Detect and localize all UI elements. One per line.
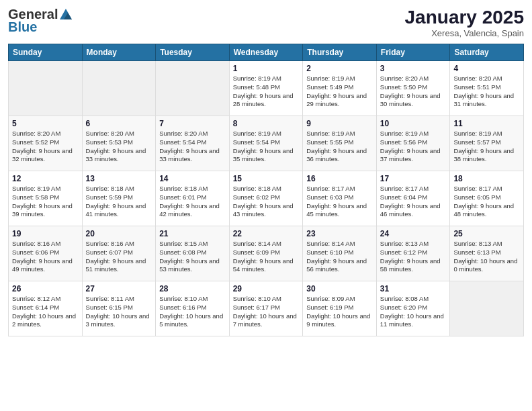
calendar-week-3: 19Sunrise: 8:16 AM Sunset: 6:06 PM Dayli… xyxy=(9,226,524,281)
table-row: 23Sunrise: 8:14 AM Sunset: 6:10 PM Dayli… xyxy=(303,226,377,281)
table-row: 17Sunrise: 8:17 AM Sunset: 6:04 PM Dayli… xyxy=(376,171,450,226)
day-number: 14 xyxy=(159,174,226,183)
page: General Blue January 2025 Xeresa, Valenc… xyxy=(0,0,532,411)
day-info: Sunrise: 8:18 AM Sunset: 5:59 PM Dayligh… xyxy=(86,185,152,219)
day-info: Sunrise: 8:20 AM Sunset: 5:50 PM Dayligh… xyxy=(380,75,447,109)
table-row: 12Sunrise: 8:19 AM Sunset: 5:58 PM Dayli… xyxy=(9,171,83,226)
day-number: 28 xyxy=(159,284,226,293)
day-info: Sunrise: 8:10 AM Sunset: 6:16 PM Dayligh… xyxy=(159,295,226,329)
day-info: Sunrise: 8:19 AM Sunset: 5:58 PM Dayligh… xyxy=(12,185,79,219)
day-info: Sunrise: 8:19 AM Sunset: 5:48 PM Dayligh… xyxy=(233,75,300,109)
table-row: 29Sunrise: 8:10 AM Sunset: 6:17 PM Dayli… xyxy=(229,281,303,336)
calendar-week-4: 26Sunrise: 8:12 AM Sunset: 6:14 PM Dayli… xyxy=(9,281,524,336)
day-info: Sunrise: 8:19 AM Sunset: 5:57 PM Dayligh… xyxy=(453,130,520,164)
day-info: Sunrise: 8:13 AM Sunset: 6:13 PM Dayligh… xyxy=(453,240,520,274)
table-row: 16Sunrise: 8:17 AM Sunset: 6:03 PM Dayli… xyxy=(303,171,377,226)
day-info: Sunrise: 8:19 AM Sunset: 5:56 PM Dayligh… xyxy=(380,130,447,164)
day-number: 12 xyxy=(12,174,79,183)
table-row xyxy=(9,61,83,116)
calendar-week-2: 12Sunrise: 8:19 AM Sunset: 5:58 PM Dayli… xyxy=(9,171,524,226)
day-number: 27 xyxy=(86,284,152,293)
logo-icon xyxy=(58,7,73,22)
calendar-table: Sunday Monday Tuesday Wednesday Thursday… xyxy=(8,44,524,336)
table-row: 6Sunrise: 8:20 AM Sunset: 5:53 PM Daylig… xyxy=(82,116,156,171)
day-info: Sunrise: 8:19 AM Sunset: 5:49 PM Dayligh… xyxy=(306,75,373,109)
table-row: 7Sunrise: 8:20 AM Sunset: 5:54 PM Daylig… xyxy=(156,116,230,171)
day-info: Sunrise: 8:09 AM Sunset: 6:19 PM Dayligh… xyxy=(306,295,373,329)
table-row xyxy=(450,281,524,336)
day-number: 31 xyxy=(380,284,447,293)
day-info: Sunrise: 8:20 AM Sunset: 5:53 PM Dayligh… xyxy=(86,130,152,164)
day-info: Sunrise: 8:16 AM Sunset: 6:06 PM Dayligh… xyxy=(12,240,79,274)
day-number: 5 xyxy=(12,119,79,128)
col-monday: Monday xyxy=(82,44,156,61)
table-row: 30Sunrise: 8:09 AM Sunset: 6:19 PM Dayli… xyxy=(303,281,377,336)
day-info: Sunrise: 8:18 AM Sunset: 6:01 PM Dayligh… xyxy=(159,185,226,219)
day-number: 21 xyxy=(159,229,226,238)
day-info: Sunrise: 8:12 AM Sunset: 6:14 PM Dayligh… xyxy=(12,295,79,329)
day-info: Sunrise: 8:08 AM Sunset: 6:20 PM Dayligh… xyxy=(380,295,447,329)
header: General Blue January 2025 Xeresa, Valenc… xyxy=(8,7,524,38)
table-row: 4Sunrise: 8:20 AM Sunset: 5:51 PM Daylig… xyxy=(450,61,524,116)
title-month: January 2025 xyxy=(405,7,524,28)
day-number: 30 xyxy=(306,284,373,293)
table-row: 28Sunrise: 8:10 AM Sunset: 6:16 PM Dayli… xyxy=(156,281,230,336)
day-info: Sunrise: 8:17 AM Sunset: 6:05 PM Dayligh… xyxy=(453,185,520,219)
table-row: 21Sunrise: 8:15 AM Sunset: 6:08 PM Dayli… xyxy=(156,226,230,281)
title-block: January 2025 Xeresa, Valencia, Spain xyxy=(405,7,524,38)
day-info: Sunrise: 8:16 AM Sunset: 6:07 PM Dayligh… xyxy=(86,240,152,274)
day-number: 15 xyxy=(233,174,300,183)
table-row: 11Sunrise: 8:19 AM Sunset: 5:57 PM Dayli… xyxy=(450,116,524,171)
table-row: 14Sunrise: 8:18 AM Sunset: 6:01 PM Dayli… xyxy=(156,171,230,226)
logo: General Blue xyxy=(8,7,74,35)
day-number: 19 xyxy=(12,229,79,238)
calendar-week-1: 5Sunrise: 8:20 AM Sunset: 5:52 PM Daylig… xyxy=(9,116,524,171)
day-info: Sunrise: 8:13 AM Sunset: 6:12 PM Dayligh… xyxy=(380,240,447,274)
day-info: Sunrise: 8:19 AM Sunset: 5:54 PM Dayligh… xyxy=(233,130,300,164)
day-number: 4 xyxy=(453,64,520,73)
table-row: 31Sunrise: 8:08 AM Sunset: 6:20 PM Dayli… xyxy=(376,281,450,336)
day-number: 3 xyxy=(380,64,447,73)
table-row: 20Sunrise: 8:16 AM Sunset: 6:07 PM Dayli… xyxy=(82,226,156,281)
day-number: 20 xyxy=(86,229,152,238)
day-info: Sunrise: 8:20 AM Sunset: 5:52 PM Dayligh… xyxy=(12,130,79,164)
day-info: Sunrise: 8:14 AM Sunset: 6:09 PM Dayligh… xyxy=(233,240,300,274)
table-row: 27Sunrise: 8:11 AM Sunset: 6:15 PM Dayli… xyxy=(82,281,156,336)
day-number: 7 xyxy=(159,119,226,128)
table-row: 26Sunrise: 8:12 AM Sunset: 6:14 PM Dayli… xyxy=(9,281,83,336)
day-number: 23 xyxy=(306,229,373,238)
day-info: Sunrise: 8:15 AM Sunset: 6:08 PM Dayligh… xyxy=(159,240,226,274)
day-number: 8 xyxy=(233,119,300,128)
day-info: Sunrise: 8:20 AM Sunset: 5:51 PM Dayligh… xyxy=(453,75,520,109)
table-row: 2Sunrise: 8:19 AM Sunset: 5:49 PM Daylig… xyxy=(303,61,377,116)
table-row: 22Sunrise: 8:14 AM Sunset: 6:09 PM Dayli… xyxy=(229,226,303,281)
table-row: 8Sunrise: 8:19 AM Sunset: 5:54 PM Daylig… xyxy=(229,116,303,171)
logo-text-block: General Blue xyxy=(8,7,74,35)
table-row: 25Sunrise: 8:13 AM Sunset: 6:13 PM Dayli… xyxy=(450,226,524,281)
day-number: 17 xyxy=(380,174,447,183)
col-sunday: Sunday xyxy=(9,44,83,61)
day-number: 29 xyxy=(233,284,300,293)
day-info: Sunrise: 8:19 AM Sunset: 5:55 PM Dayligh… xyxy=(306,130,373,164)
table-row xyxy=(82,61,156,116)
table-row: 10Sunrise: 8:19 AM Sunset: 5:56 PM Dayli… xyxy=(376,116,450,171)
table-row: 18Sunrise: 8:17 AM Sunset: 6:05 PM Dayli… xyxy=(450,171,524,226)
col-thursday: Thursday xyxy=(303,44,377,61)
day-number: 18 xyxy=(453,174,520,183)
day-number: 2 xyxy=(306,64,373,73)
col-saturday: Saturday xyxy=(450,44,524,61)
table-row: 15Sunrise: 8:18 AM Sunset: 6:02 PM Dayli… xyxy=(229,171,303,226)
day-number: 11 xyxy=(453,119,520,128)
table-row: 9Sunrise: 8:19 AM Sunset: 5:55 PM Daylig… xyxy=(303,116,377,171)
day-info: Sunrise: 8:20 AM Sunset: 5:54 PM Dayligh… xyxy=(159,130,226,164)
day-info: Sunrise: 8:17 AM Sunset: 6:03 PM Dayligh… xyxy=(306,185,373,219)
day-number: 10 xyxy=(380,119,447,128)
title-location: Xeresa, Valencia, Spain xyxy=(405,28,524,38)
day-number: 13 xyxy=(86,174,152,183)
day-number: 16 xyxy=(306,174,373,183)
table-row: 24Sunrise: 8:13 AM Sunset: 6:12 PM Dayli… xyxy=(376,226,450,281)
col-wednesday: Wednesday xyxy=(229,44,303,61)
day-number: 26 xyxy=(12,284,79,293)
table-row: 19Sunrise: 8:16 AM Sunset: 6:06 PM Dayli… xyxy=(9,226,83,281)
day-number: 22 xyxy=(233,229,300,238)
